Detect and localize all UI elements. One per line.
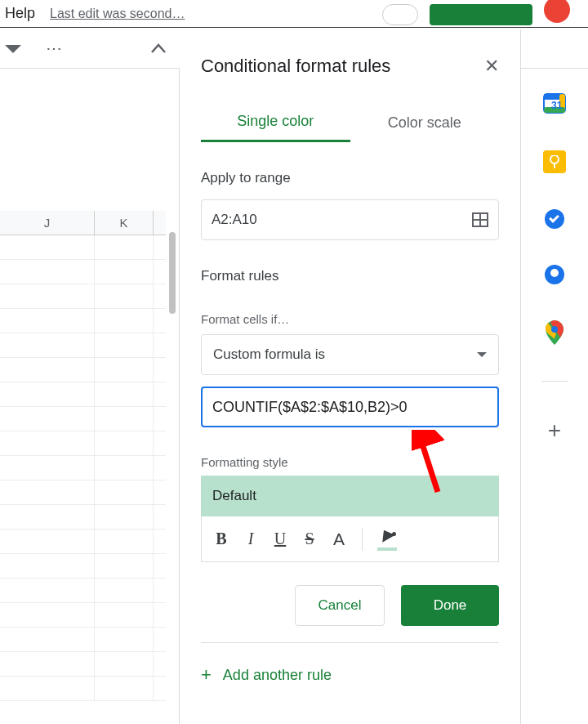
fill-color-button[interactable] xyxy=(377,530,397,549)
maps-icon[interactable] xyxy=(546,320,564,345)
scrollbar[interactable] xyxy=(169,232,176,314)
italic-button[interactable]: I xyxy=(243,530,259,548)
plus-icon: + xyxy=(201,664,212,686)
user-avatar[interactable] xyxy=(544,0,570,23)
table-row xyxy=(0,603,166,628)
table-row xyxy=(0,407,166,431)
done-button[interactable]: Done xyxy=(401,585,499,626)
text-color-button[interactable]: A xyxy=(331,530,347,549)
bold-button[interactable]: B xyxy=(213,530,229,548)
style-preview: Default xyxy=(201,476,499,516)
cancel-button[interactable]: Cancel xyxy=(295,585,385,626)
table-row xyxy=(0,628,166,652)
table-row xyxy=(0,652,166,677)
table-row xyxy=(0,530,166,554)
chevron-up-icon[interactable] xyxy=(150,42,167,54)
add-another-rule-label: Add another rule xyxy=(223,667,332,684)
table-row xyxy=(0,309,166,333)
tab-color-scale[interactable]: Color scale xyxy=(350,103,500,142)
table-row xyxy=(0,579,166,603)
svg-rect-6 xyxy=(554,163,555,168)
tab-single-color[interactable]: Single color xyxy=(201,103,350,142)
svg-point-7 xyxy=(551,326,558,333)
table-row xyxy=(0,333,166,358)
add-addon-icon[interactable]: + xyxy=(548,418,561,444)
add-another-rule[interactable]: + Add another rule xyxy=(201,664,499,686)
keep-icon[interactable] xyxy=(543,150,566,173)
table-row xyxy=(0,284,166,309)
apply-range-value: A2:A10 xyxy=(212,212,257,228)
table-row xyxy=(0,677,166,701)
panel-divider xyxy=(201,642,499,643)
column-header-j[interactable]: J xyxy=(0,211,95,235)
format-cells-if-label: Format cells if… xyxy=(201,312,499,326)
menu-help[interactable]: Help xyxy=(5,5,35,22)
table-row xyxy=(0,480,166,505)
rail-divider xyxy=(541,381,568,382)
table-row xyxy=(0,431,166,456)
table-row xyxy=(0,505,166,530)
dropdown-icon[interactable] xyxy=(5,42,21,54)
formula-input[interactable] xyxy=(201,387,499,427)
underline-button[interactable]: U xyxy=(272,530,288,548)
table-row xyxy=(0,235,166,260)
table-row xyxy=(0,358,166,382)
table-row xyxy=(0,554,166,579)
chevron-down-icon xyxy=(477,352,487,357)
apply-range-label: Apply to range xyxy=(201,170,499,186)
share-button[interactable] xyxy=(430,4,532,25)
tasks-icon[interactable] xyxy=(545,209,564,229)
conditional-format-panel: Conditional format rules ✕ Single color … xyxy=(180,29,521,724)
table-row xyxy=(0,382,166,407)
more-icon[interactable]: ⋯ xyxy=(46,38,64,58)
table-row xyxy=(0,456,166,480)
panel-title: Conditional format rules xyxy=(201,56,390,77)
format-rules-label: Format rules xyxy=(201,268,499,284)
toolbar-pill[interactable] xyxy=(382,4,418,25)
apply-range-input[interactable]: A2:A10 xyxy=(201,199,499,240)
formatting-style-label: Formatting style xyxy=(201,455,499,469)
last-edit-link[interactable]: Last edit was second… xyxy=(50,7,185,21)
svg-text:31: 31 xyxy=(551,100,563,111)
contacts-icon[interactable] xyxy=(545,265,564,284)
side-rail: 31 + xyxy=(521,69,588,724)
spreadsheet-grid[interactable]: J K xyxy=(0,69,180,724)
toolbar-divider xyxy=(362,528,363,551)
condition-select[interactable]: Custom formula is xyxy=(201,334,499,375)
column-header-k[interactable]: K xyxy=(95,211,154,235)
condition-value: Custom formula is xyxy=(213,346,325,363)
table-row xyxy=(0,260,166,284)
strikethrough-button[interactable]: S xyxy=(301,530,318,548)
close-icon[interactable]: ✕ xyxy=(484,56,499,77)
range-picker-icon[interactable] xyxy=(472,212,488,227)
calendar-icon[interactable]: 31 xyxy=(543,92,566,114)
svg-point-5 xyxy=(550,155,559,163)
